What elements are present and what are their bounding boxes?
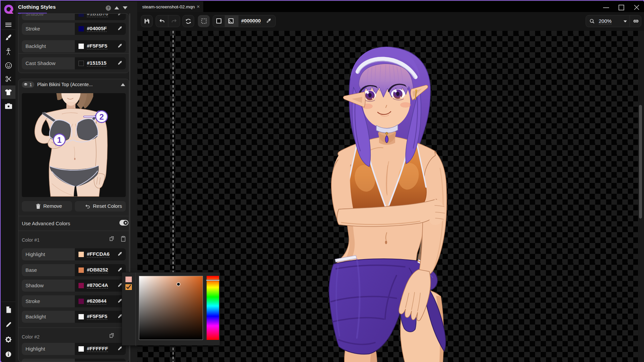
svg-text:2: 2 xyxy=(99,112,104,121)
svg-text:?: ? xyxy=(107,6,110,10)
svg-text:1: 1 xyxy=(57,135,61,144)
